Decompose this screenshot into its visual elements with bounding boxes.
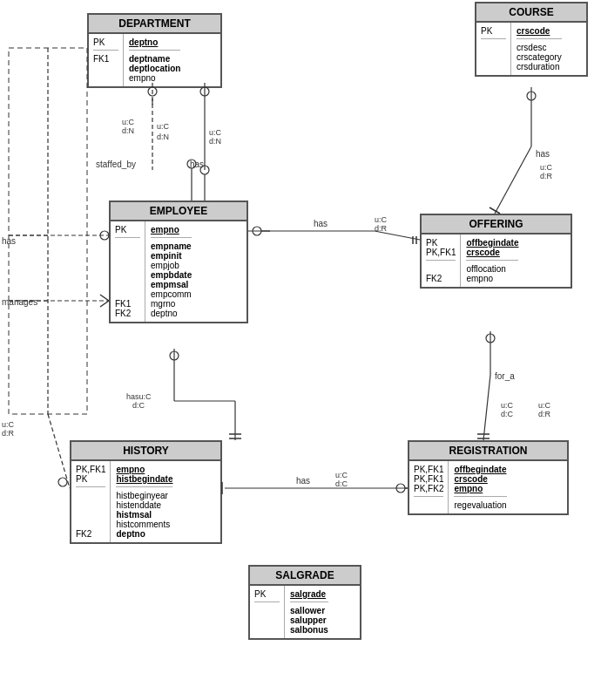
entity-registration: REGISTRATION PK,FK1 PK,FK1 PK,FK2 offbeg…: [408, 440, 569, 515]
entity-course-fields: crscode crsdesc crscategory crsduration: [511, 23, 567, 75]
svg-line-65: [100, 295, 109, 301]
svg-text:u:C: u:C: [157, 122, 170, 131]
entity-offering: OFFERING PK PK,FK1 FK2 offbegindate crsc…: [420, 214, 572, 289]
entity-course-header: COURSE: [476, 3, 586, 23]
erd-diagram: DEPARTMENT PK FK1 deptno deptname deptlo…: [0, 0, 601, 700]
svg-point-19: [253, 227, 261, 235]
svg-line-18: [375, 231, 420, 240]
svg-text:d:C: d:C: [501, 410, 514, 418]
svg-point-36: [170, 351, 179, 360]
svg-point-72: [58, 478, 67, 486]
svg-text:d:C: d:C: [335, 479, 348, 488]
svg-point-7: [187, 160, 196, 168]
entity-department-fields: deptno deptname deptlocation empno: [124, 34, 186, 86]
entity-salgrade: SALGRADE PK salgrade sallower salupper s…: [248, 565, 361, 640]
svg-text:hasu:C: hasu:C: [126, 392, 152, 401]
entity-employee-keys: PK FK1 FK2: [111, 221, 145, 322]
svg-text:d:C: d:C: [132, 401, 145, 410]
entity-history-fields: empno histbegindate histbeginyear histen…: [111, 461, 178, 542]
svg-text:u:C: u:C: [209, 128, 222, 137]
entity-employee-header: EMPLOYEE: [111, 202, 246, 221]
svg-text:d:R: d:R: [2, 429, 15, 438]
entity-employee: EMPLOYEE PK FK1 FK2 empno emp: [109, 200, 248, 323]
svg-text:has: has: [296, 476, 310, 486]
entity-department-keys: PK FK1: [89, 34, 124, 86]
svg-line-66: [100, 301, 109, 307]
svg-text:has: has: [2, 236, 16, 246]
svg-text:u:C: u:C: [540, 163, 553, 172]
entity-history: HISTORY PK,FK1 PK FK2 empno his: [70, 440, 222, 544]
entity-registration-header: REGISTRATION: [409, 442, 567, 461]
svg-point-28: [527, 92, 536, 100]
entity-offering-header: OFFERING: [422, 215, 571, 234]
svg-text:staffed_by: staffed_by: [96, 160, 136, 169]
entity-department: DEPARTMENT PK FK1 deptno deptname deptlo…: [87, 13, 222, 88]
svg-point-62: [100, 231, 109, 240]
svg-text:u:C: u:C: [538, 401, 551, 410]
svg-point-51: [486, 334, 495, 343]
svg-rect-1: [9, 48, 87, 414]
entity-department-header: DEPARTMENT: [89, 15, 220, 34]
svg-text:d:R: d:R: [375, 224, 388, 233]
entity-employee-fields: empno empname empinit empjob empbdate em…: [145, 221, 197, 322]
entity-registration-fields: offbegindate crscode empno regevaluation: [449, 461, 511, 513]
svg-point-44: [396, 484, 405, 493]
svg-point-10: [200, 87, 209, 96]
entity-history-header: HISTORY: [71, 442, 220, 461]
svg-text:u:C: u:C: [335, 471, 348, 479]
entity-history-keys: PK,FK1 PK FK2: [71, 461, 111, 542]
svg-point-13: [200, 166, 209, 174]
svg-text:d:N: d:N: [122, 126, 134, 135]
entity-salgrade-header: SALGRADE: [250, 567, 360, 586]
svg-text:has: has: [190, 160, 204, 169]
svg-text:has: has: [314, 219, 328, 228]
svg-text:d:N: d:N: [209, 137, 221, 146]
entity-salgrade-fields: salgrade sallower salupper salbonus: [285, 586, 334, 638]
svg-text:d:R: d:R: [540, 172, 553, 180]
entity-offering-keys: PK PK,FK1 FK2: [422, 234, 461, 287]
svg-text:u:C: u:C: [122, 118, 135, 126]
svg-text:d:N: d:N: [157, 133, 169, 141]
svg-text:d:R: d:R: [538, 410, 551, 418]
entity-salgrade-keys: PK: [250, 586, 285, 638]
svg-text:for_a: for_a: [495, 371, 515, 381]
svg-text:u:C: u:C: [375, 215, 388, 224]
entity-course: COURSE PK crscode crsdesc crscategory cr…: [475, 2, 588, 77]
svg-text:u:C: u:C: [501, 401, 514, 410]
entity-course-keys: PK: [476, 23, 511, 75]
svg-line-71: [48, 414, 70, 488]
svg-text:u:C: u:C: [2, 420, 15, 429]
svg-line-29: [490, 207, 500, 214]
svg-point-3: [148, 87, 157, 96]
svg-text:manages: manages: [2, 297, 37, 307]
entity-registration-keys: PK,FK1 PK,FK1 PK,FK2: [409, 461, 449, 513]
svg-text:has: has: [536, 149, 550, 159]
svg-line-50: [483, 375, 490, 440]
entity-offering-fields: offbegindate crscode offlocation empno: [461, 234, 523, 287]
svg-line-27: [495, 146, 531, 214]
